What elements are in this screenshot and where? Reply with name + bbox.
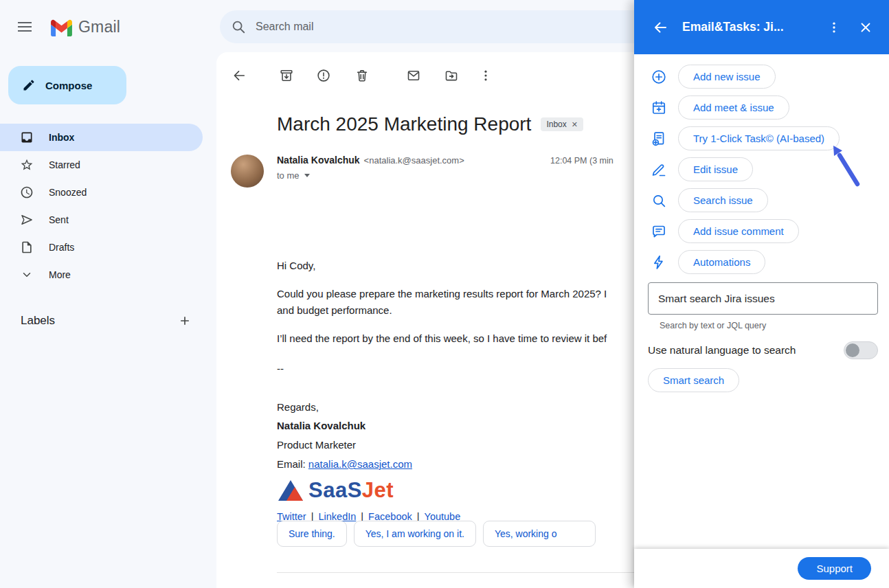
saasjet-logo-text-1: SaaS (308, 478, 362, 502)
saasjet-logo-icon (277, 478, 304, 503)
body-greeting: Hi Cody, (277, 258, 607, 274)
labels-section: Labels (0, 309, 216, 332)
signature-name: Natalia Kovalchuk (277, 418, 607, 434)
add-meet-issue-button[interactable]: Add meet & issue (678, 95, 789, 120)
edit-issue-button[interactable]: Edit issue (678, 157, 753, 181)
addon-title: Email&Tasks: Ji... (682, 20, 812, 34)
body-paragraph: Could you please prepare the marketing r… (277, 286, 607, 302)
sidebar-item-drafts[interactable]: Drafts (0, 234, 203, 261)
email-timestamp: 12:04 PM (3 min (550, 156, 614, 166)
natural-language-row: Use natural language to search (648, 341, 878, 359)
move-to-icon[interactable] (443, 67, 460, 84)
natural-language-label: Use natural language to search (648, 344, 796, 357)
smart-replies: Sure thing. Yes, I am working on it. Yes… (277, 521, 596, 547)
sender-avatar[interactable] (231, 155, 264, 188)
sidebar-item-label: Snoozed (49, 187, 87, 198)
jira-addon-panel: Email&Tasks: Ji... Add new issue Add mee… (634, 0, 889, 588)
remove-label-icon[interactable]: ✕ (572, 120, 578, 129)
addon-header: Email&Tasks: Ji... (634, 0, 889, 54)
smart-reply-button[interactable]: Yes, working o (483, 521, 596, 547)
hamburger-icon (18, 22, 32, 32)
gmail-sidebar: Gmail Compose Inbox Starred Snoozed Sent (0, 0, 216, 588)
addon-menu-icon[interactable] (824, 18, 844, 37)
subject-row: March 2025 Marketing Report Inbox ✕ (277, 113, 583, 135)
mark-unread-icon[interactable] (405, 67, 422, 84)
pencil-icon (22, 78, 36, 92)
send-icon (19, 212, 34, 227)
gmail-wordmark: Gmail (78, 18, 120, 36)
saasjet-logo-text-2: Jet (362, 478, 394, 502)
try-one-click-task-button[interactable]: Try 1-Click Task© (AI-based) (678, 126, 840, 150)
expand-details-icon (304, 174, 310, 177)
sender-address: <natalia.k@saasjet.com> (364, 155, 464, 166)
signature-divider: -- (277, 361, 607, 377)
create-label-button[interactable] (175, 311, 194, 330)
sidebar-item-label: More (49, 269, 71, 280)
saasjet-logo: SaaSJet (277, 474, 607, 503)
more-options-icon[interactable] (477, 67, 494, 84)
email-body: Hi Cody, Could you please prepare the ma… (277, 258, 607, 525)
recipient-details-toggle[interactable]: to me (277, 170, 325, 181)
sidebar-item-inbox[interactable]: Inbox (0, 124, 203, 151)
toggle-knob (846, 343, 859, 357)
email-label: Email: (277, 458, 306, 470)
labels-heading: Labels (21, 314, 55, 328)
one-click-task-icon[interactable] (651, 131, 667, 147)
addon-footer: Support (634, 549, 889, 588)
back-icon[interactable] (651, 18, 670, 37)
add-new-issue-button[interactable]: Add new issue (678, 65, 776, 89)
sidebar-nav: Inbox Starred Snoozed Sent Drafts More (0, 124, 216, 289)
comment-icon[interactable] (651, 223, 667, 240)
report-spam-icon[interactable] (315, 67, 332, 84)
sidebar-item-more[interactable]: More (0, 261, 203, 289)
sidebar-item-starred[interactable]: Starred (0, 151, 203, 179)
edit-icon[interactable] (651, 161, 667, 178)
sidebar-item-label: Inbox (49, 132, 74, 143)
gmail-logo: Gmail (51, 18, 120, 36)
plus-circle-icon[interactable] (651, 69, 667, 85)
search-icon (231, 19, 246, 34)
compose-label: Compose (45, 80, 92, 91)
search-icon[interactable] (651, 192, 667, 209)
draft-icon (19, 240, 34, 255)
compose-button[interactable]: Compose (8, 66, 126, 104)
automations-button[interactable]: Automations (678, 250, 765, 274)
smart-reply-button[interactable]: Yes, I am working on it. (354, 521, 476, 547)
smart-reply-button[interactable]: Sure thing. (277, 521, 347, 547)
add-issue-comment-button[interactable]: Add issue comment (678, 219, 799, 243)
recipient-label: to me (277, 170, 300, 181)
search-issue-button[interactable]: Search issue (678, 188, 768, 212)
signature-regards: Regards, (277, 399, 607, 416)
addon-actions: Add new issue Add meet & issue Try 1-Cli… (634, 61, 889, 278)
star-icon (19, 157, 34, 172)
calendar-icon[interactable] (651, 100, 667, 116)
signature-email-link[interactable]: natalia.k@saasjet.com (308, 458, 412, 470)
delete-icon[interactable] (354, 67, 370, 84)
archive-icon[interactable] (278, 67, 295, 84)
natural-language-toggle[interactable] (844, 341, 878, 359)
jira-search-input[interactable] (648, 282, 878, 315)
gmail-m-icon (51, 18, 72, 36)
sidebar-item-label: Sent (49, 214, 69, 225)
email-toolbar (216, 67, 494, 84)
back-icon[interactable] (231, 67, 247, 84)
body-paragraph: and budget performance. (277, 302, 607, 319)
close-icon[interactable] (856, 18, 875, 37)
sender-name: Natalia Kovalchuk (277, 155, 360, 166)
main-menu-button[interactable] (8, 10, 41, 43)
gmail-app: Gmail Compose Inbox Starred Snoozed Sent (0, 0, 889, 588)
sidebar-item-sent[interactable]: Sent (0, 206, 203, 234)
body-paragraph: I’ll need the report by the end of this … (277, 330, 607, 347)
chevron-down-icon (19, 267, 34, 282)
smart-search-button[interactable]: Smart search (648, 368, 739, 392)
inbox-icon (19, 130, 34, 145)
automation-icon[interactable] (651, 254, 667, 271)
sidebar-item-snoozed[interactable]: Snoozed (0, 179, 203, 206)
support-button[interactable]: Support (798, 557, 871, 580)
sidebar-item-label: Drafts (49, 242, 74, 253)
plus-icon (178, 314, 192, 328)
chip-text: Inbox (546, 120, 566, 129)
signature-email-line: Email: natalia.k@saasjet.com (277, 456, 607, 473)
inbox-label-chip[interactable]: Inbox ✕ (541, 117, 583, 131)
sidebar-item-label: Starred (49, 159, 80, 170)
